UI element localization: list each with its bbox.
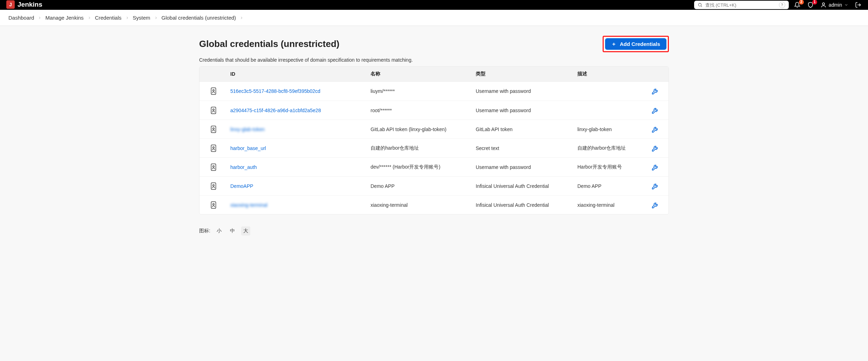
credential-type: Infisical Universal Auth Credential [473, 183, 575, 189]
chevron-right-icon [38, 16, 42, 20]
crumb-manage[interactable]: Manage Jenkins [45, 15, 83, 21]
col-name: 名称 [368, 71, 473, 77]
topbar-icons: 2 1 admin [794, 1, 862, 8]
credential-desc: Harbor开发专用账号 [575, 164, 645, 170]
credential-desc: 自建的harbor仓库地址 [575, 145, 645, 151]
credential-type: Username with password [473, 108, 575, 113]
alert-badge: 1 [812, 0, 817, 5]
table-header: ID 名称 类型 描述 [199, 67, 669, 82]
crumb-dashboard[interactable]: Dashboard [8, 15, 34, 21]
credential-icon [199, 201, 228, 209]
credential-name: 自建的harbor仓库地址 [368, 145, 473, 151]
crumb-credentials[interactable]: Credentials [95, 15, 122, 21]
chevron-right-icon [154, 16, 158, 20]
credential-name: Demo APP [368, 183, 473, 189]
credential-name: dev/****** (Harbor开发专用账号) [368, 164, 473, 170]
credential-desc: Demo APP [575, 183, 645, 189]
credential-type: Infisical Universal Auth Credential [473, 202, 575, 208]
credential-id-link[interactable]: DemoAPP [230, 183, 253, 189]
icon-size-picker: 图标: 小 中 大 [199, 226, 669, 236]
user-menu[interactable]: admin [820, 2, 848, 8]
credential-type: Username with password [473, 164, 575, 170]
configure-icon[interactable] [645, 144, 666, 152]
credential-id-link[interactable]: harbor_base_url [230, 145, 266, 151]
credential-desc: linxy-glab-token [575, 127, 645, 132]
icon-size-label: 图标: [199, 228, 210, 234]
credential-id-link[interactable]: a2904475-c15f-4826-a96d-a1cbfd2a5e28 [230, 108, 321, 113]
add-credentials-highlight: Add Credentials [603, 36, 669, 52]
page-description: Credentials that should be available irr… [199, 57, 669, 63]
crumb-global[interactable]: Global credentials (unrestricted) [162, 15, 236, 21]
credential-name: xiaoxing-terminal [368, 202, 473, 208]
table-row: harbor_authdev/****** (Harbor开发专用账号)User… [199, 157, 669, 176]
credential-icon [199, 87, 228, 95]
table-body: 516ec3c5-5517-4288-bcf8-59ef395b02cdliuy… [199, 82, 669, 214]
search-hint-icon: ? [779, 2, 785, 8]
configure-icon[interactable] [645, 201, 666, 209]
search-input[interactable] [705, 2, 776, 8]
svg-point-13 [213, 147, 214, 148]
svg-point-11 [213, 128, 214, 129]
svg-point-15 [213, 165, 214, 167]
credentials-table: ID 名称 类型 描述 516ec3c5-5517-4288-bcf8-59ef… [199, 66, 669, 214]
chevron-right-icon [87, 16, 91, 20]
table-row: DemoAPPDemo APPInfisical Universal Auth … [199, 176, 669, 195]
svg-point-19 [213, 203, 214, 205]
credential-type: GitLab API token [473, 127, 575, 132]
table-row: linxy-glab-tokenGitLab API token (linxy-… [199, 120, 669, 138]
credential-desc: xiaoxing-terminal [575, 202, 645, 208]
configure-icon[interactable] [645, 87, 666, 95]
logout-icon[interactable] [855, 1, 862, 8]
breadcrumb: Dashboard Manage Jenkins Credentials Sys… [0, 10, 868, 26]
credential-id-link[interactable]: linxy-glab-token [230, 127, 265, 132]
chevron-right-icon [239, 16, 244, 20]
col-type: 类型 [473, 71, 575, 77]
svg-point-17 [213, 184, 214, 186]
configure-icon[interactable] [645, 125, 666, 133]
table-row: 516ec3c5-5517-4288-bcf8-59ef395b02cdliuy… [199, 82, 669, 101]
svg-point-7 [213, 90, 214, 91]
plus-icon [611, 42, 616, 47]
topbar: J Jenkins ? 2 1 admin [0, 0, 868, 10]
svg-point-0 [698, 3, 701, 6]
size-small[interactable]: 小 [215, 226, 224, 236]
credential-icon [199, 144, 228, 152]
credential-icon [199, 163, 228, 171]
credential-type: Secret text [473, 145, 575, 151]
credential-id-link[interactable]: 516ec3c5-5517-4288-bcf8-59ef395b02cd [230, 88, 320, 94]
credential-icon [199, 107, 228, 114]
configure-icon[interactable] [645, 107, 666, 114]
size-medium[interactable]: 中 [228, 226, 237, 236]
credential-icon [199, 182, 228, 190]
svg-point-2 [822, 3, 825, 5]
size-large[interactable]: 大 [241, 226, 250, 236]
search-box[interactable]: ? [694, 1, 789, 9]
add-credentials-label: Add Credentials [620, 41, 660, 47]
shield-icon[interactable]: 1 [807, 1, 814, 8]
search-icon [698, 2, 703, 7]
credential-name: GitLab API token (linxy-glab-token) [368, 127, 473, 132]
user-icon [820, 2, 827, 8]
bell-icon[interactable]: 2 [794, 1, 801, 8]
svg-line-1 [701, 6, 702, 7]
credential-icon [199, 125, 228, 133]
crumb-system[interactable]: System [133, 15, 150, 21]
credential-id-link[interactable]: xiaoxing-terminal [230, 202, 267, 208]
brand[interactable]: J Jenkins [6, 0, 42, 9]
credential-id-link[interactable]: harbor_auth [230, 164, 257, 170]
chevron-right-icon [125, 16, 129, 20]
col-id: ID [228, 71, 368, 77]
chevron-down-icon [844, 3, 848, 7]
title-row: Global credentials (unrestricted) Add Cr… [199, 36, 669, 52]
add-credentials-button[interactable]: Add Credentials [605, 38, 666, 50]
table-row: xiaoxing-terminalxiaoxing-terminalInfisi… [199, 195, 669, 214]
user-label: admin [829, 2, 842, 8]
page: Global credentials (unrestricted) Add Cr… [199, 26, 669, 250]
configure-icon[interactable] [645, 163, 666, 171]
table-row: harbor_base_url自建的harbor仓库地址Secret text自… [199, 138, 669, 157]
configure-icon[interactable] [645, 182, 666, 190]
svg-point-9 [213, 109, 214, 110]
notif-badge: 2 [799, 0, 804, 5]
credential-type: Username with password [473, 88, 575, 94]
page-title: Global credentials (unrestricted) [199, 39, 339, 49]
